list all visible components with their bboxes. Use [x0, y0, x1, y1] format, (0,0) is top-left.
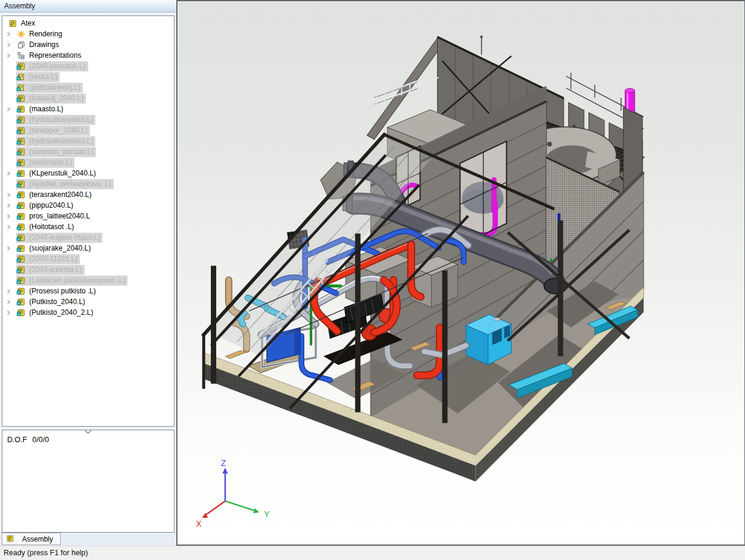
assembly-panel-header[interactable]: Assembly	[0, 0, 176, 12]
tree-item[interactable]: Rendering	[2, 29, 174, 39]
assembly-icon	[8, 19, 18, 28]
expand-arrow-icon[interactable]	[2, 224, 16, 230]
assembly-lock-icon	[17, 94, 26, 103]
expand-arrow-icon[interactable]	[2, 42, 16, 48]
expand-arrow-icon[interactable]	[2, 171, 16, 176]
assembly-lock-icon	[17, 276, 26, 285]
tree-item-label: (hydraulikoneikko.L)	[29, 115, 93, 124]
assembly-lock-icon	[17, 212, 26, 221]
tree-item-label: Rendering	[29, 30, 62, 38]
tree-item[interactable]: (rekka.L)	[2, 71, 174, 82]
cad-scene[interactable]: Z Y X	[177, 1, 744, 545]
expand-arrow-icon[interactable]	[2, 289, 16, 294]
tree-item[interactable]: (maasto.L)	[2, 104, 174, 114]
expand-arrow-icon[interactable]	[2, 310, 16, 315]
y-axis-label: Y	[264, 509, 270, 519]
tree-item-label: (suojarake_2040.L)	[29, 244, 91, 252]
tree-item[interactable]: Drawings	[2, 39, 174, 50]
assembly-lock-icon	[17, 126, 26, 135]
tree-item-label: (kolakulj_2040.L)	[29, 94, 83, 102]
tree-item[interactable]: (nostinlaite.L)	[2, 157, 174, 168]
assembly-lock-icon	[17, 180, 26, 189]
tab-bar: Assembly	[0, 533, 176, 546]
sun-icon	[17, 30, 26, 39]
tree-item-label: (varaston_portaat.L)	[29, 148, 93, 156]
tree-item[interactable]: (hydraulikoneikko.L)	[2, 114, 174, 125]
assembly-lock-icon	[17, 148, 26, 157]
expand-arrow-icon[interactable]	[2, 32, 16, 37]
splitter-collapse-chevron-icon[interactable]	[84, 430, 92, 434]
pages-icon	[17, 40, 26, 49]
expand-arrow-icon[interactable]	[2, 214, 16, 219]
z-axis-label: Z	[221, 458, 226, 468]
expand-arrow-icon[interactable]	[2, 246, 16, 251]
tree-item[interactable]: (Laitoksen pääkokoonpano .L)	[2, 275, 174, 286]
assembly-lock-icon	[17, 298, 26, 306]
tab-assembly-label: Assembly	[22, 535, 53, 543]
tree-item[interactable]: (kolakulj_2040.L)	[2, 93, 174, 104]
tree-item[interactable]: (Putkisto_2040_2.L)	[2, 307, 174, 318]
tree-item[interactable]: (varaston_portaat.L)	[2, 146, 174, 157]
tree-item[interactable]: (pippu2040.L)	[2, 200, 174, 211]
tree-item[interactable]: (Ajosillat, periaatekuva .L)	[2, 179, 174, 189]
tree-item[interactable]: Representations	[2, 50, 174, 61]
tree-item-label: (KLperustuk_2040.L)	[29, 169, 96, 177]
tree-item-label: Atex	[21, 19, 35, 27]
tree-item[interactable]: pros_laitteet2040.L	[2, 211, 174, 221]
viewport-3d[interactable]: Z Y X	[176, 0, 745, 546]
panel-title-label: Assembly	[4, 2, 35, 10]
expand-arrow-icon[interactable]	[2, 107, 16, 112]
tree-item-label: (Hoitotasot .L)	[29, 223, 74, 231]
dof-readout: D.O.F0/0/0	[7, 436, 49, 444]
assembly-lock-icon	[17, 105, 26, 114]
tree-item[interactable]: (suojarake_2040.L)	[2, 243, 174, 254]
assembly-lock-icon	[17, 287, 26, 296]
tree-item[interactable]: (2040-11221.L)	[2, 254, 174, 264]
tree-item[interactable]: (2040-perustuk.L)	[2, 61, 174, 71]
tree-item-label: (polttoaineohj.L)	[29, 83, 80, 92]
tree-item[interactable]: (Putkisto_2040.L)	[2, 296, 174, 307]
tree-item-label: (2040-kuorma.L)	[29, 265, 82, 274]
x-axis-label: X	[196, 519, 202, 528]
tree-item[interactable]: (2040-kuorma.L)	[2, 264, 174, 275]
status-bar: Ready (press F1 for help)	[0, 546, 745, 560]
x-axis	[207, 501, 225, 514]
tree-item[interactable]: (Hoitotasot .L)	[2, 221, 174, 232]
tree-item-label: (2040-kuljetin-htaso.L)	[29, 233, 100, 242]
dof-value: 0/0/0	[32, 436, 49, 444]
assembly-lock-icon	[17, 62, 26, 71]
expand-arrow-icon[interactable]	[2, 203, 16, 208]
reps-icon	[17, 51, 26, 60]
tree-item-label: pros_laitteet2040.L	[29, 212, 90, 220]
tree-item[interactable]: (polttoaineohj.L)	[2, 82, 174, 93]
tree-item[interactable]: (tankopur_2040.L)	[2, 125, 174, 136]
expand-arrow-icon[interactable]	[2, 299, 16, 305]
assembly-lock-icon	[17, 158, 26, 167]
tree-item[interactable]: (KLperustuk_2040.L)	[2, 168, 174, 179]
tree-item-label: (Putkisto_2040.L)	[29, 298, 85, 306]
tree-item-label: (rekka.L)	[29, 73, 57, 81]
assembly-lock-icon	[17, 223, 26, 231]
tree-item[interactable]: (2040-kuljetin-htaso.L)	[2, 232, 174, 243]
assembly-lock-icon	[17, 201, 26, 210]
tree-item[interactable]: (terasrakent2040.L)	[2, 189, 174, 200]
assembly-lock-icon	[17, 115, 26, 124]
tree-item-label: (maasto.L)	[29, 105, 63, 113]
tab-assembly[interactable]: Assembly	[2, 533, 61, 545]
y-axis	[225, 501, 254, 511]
expand-arrow-icon[interactable]	[2, 192, 16, 198]
coordinate-triad: Z Y X	[196, 458, 270, 528]
tree-root-item[interactable]: Atex	[2, 18, 174, 29]
tree-item-label: (2040-perustuk.L)	[29, 62, 86, 70]
part-lock-icon	[17, 83, 26, 92]
assembly-lock-icon	[17, 190, 26, 199]
assembly-icon	[6, 534, 15, 543]
assembly-lock-icon	[17, 255, 26, 264]
assembly-tree[interactable]: AtexRenderingDrawingsRepresentations(204…	[2, 15, 174, 427]
tree-item-label: (Laitoksen pääkokoonpano .L)	[29, 276, 125, 284]
tree-item[interactable]: (hydraulikoneikko.L)	[2, 136, 174, 146]
expand-arrow-icon[interactable]	[2, 53, 16, 58]
tree-item-label: Representations	[29, 51, 81, 60]
tree-item[interactable]: (Prosessi putkisto .L)	[2, 286, 174, 296]
tree-item-label: (Prosessi putkisto .L)	[29, 287, 96, 295]
